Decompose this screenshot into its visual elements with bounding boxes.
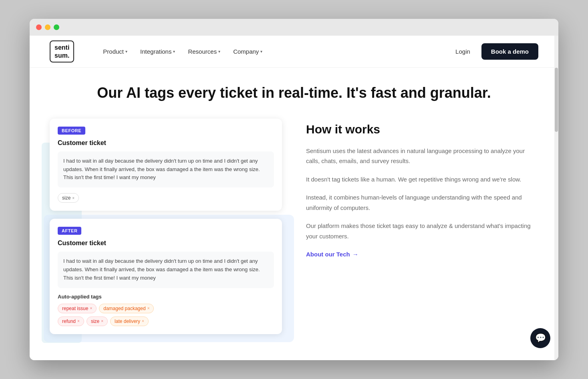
after-ticket-body: I had to wait in all day because the del… [58,252,274,288]
about-tech-link[interactable]: About our Tech → [306,251,358,258]
main-content: Our AI tags every ticket in real-time. I… [30,68,558,360]
after-tags-row-2: refund × size × late delivery × [58,317,274,326]
how-it-works-section: How it works Sentisum uses the latest ad… [306,119,538,258]
arrow-icon: → [352,251,358,258]
before-ticket-body: I had to wait in all day because the del… [58,151,274,187]
tag-remove-icon[interactable]: × [90,306,92,310]
how-para-3: Instead, it combines human-levels of lan… [306,192,538,213]
chevron-down-icon: ▾ [125,49,127,54]
after-card-wrapper: AFTER Customer ticket I had to wait in a… [50,219,282,334]
chat-bubble-button[interactable]: 💬 [530,328,550,348]
minimize-button[interactable] [45,24,50,30]
after-tag-late-delivery[interactable]: late delivery × [110,317,149,326]
nav-links: Product ▾ Integrations ▾ Resources ▾ Com… [98,45,451,58]
browser-chrome [30,19,558,36]
maximize-button[interactable] [54,24,59,30]
nav-product[interactable]: Product ▾ [98,45,132,58]
chat-icon: 💬 [535,333,546,343]
after-badge: AFTER [58,227,81,235]
tag-remove-icon[interactable]: × [77,319,80,323]
after-tag-refund[interactable]: refund × [58,317,84,326]
tag-remove-icon[interactable]: × [142,319,144,323]
section-title: How it works [306,123,538,136]
chevron-down-icon: ▾ [173,49,175,54]
before-ticket-title: Customer ticket [58,139,274,147]
tag-remove-icon[interactable]: × [147,306,150,310]
after-tag-size[interactable]: size × [87,317,108,326]
tag-remove-icon[interactable]: × [72,196,75,200]
after-tag-repeat-issue[interactable]: repeat issue × [58,304,97,313]
before-badge: BEFORE [58,127,85,135]
nav-right: Login Book a demo [451,43,538,60]
logo-text: senti sum. [54,44,69,59]
after-tags-row-1: repeat issue × damaged packaged × [58,304,274,313]
how-para-4: Our platform makes those ticket tags eas… [306,221,538,241]
two-column-layout: BEFORE Customer ticket I had to wait in … [50,119,538,342]
how-para-2: It doesn't tag tickets like a human. We … [306,174,538,185]
scrollbar-thumb[interactable] [555,68,558,132]
login-button[interactable]: Login [451,45,475,58]
book-demo-button[interactable]: Book a demo [481,43,538,60]
auto-tags-label: Auto-applied tags [58,294,274,300]
before-ticket-card: BEFORE Customer ticket I had to wait in … [50,119,282,211]
after-ticket-card: AFTER Customer ticket I had to wait in a… [50,219,282,334]
tag-remove-icon[interactable]: × [101,319,103,323]
browser-content: senti sum. Product ▾ Integrations ▾ Reso… [30,36,558,360]
nav-resources[interactable]: Resources ▾ [183,45,225,58]
after-tag-damaged-packaged[interactable]: damaged packaged × [99,304,154,313]
chevron-down-icon: ▾ [260,49,262,54]
hero-title: Our AI tags every ticket in real-time. I… [50,68,538,115]
before-tag-size[interactable]: size × [58,193,79,203]
how-para-1: Sentisum uses the latest advances in nat… [306,146,538,166]
nav-integrations[interactable]: Integrations ▾ [135,45,180,58]
logo[interactable]: senti sum. [50,40,74,62]
before-tags-row: size × [58,193,274,203]
close-button[interactable] [36,24,42,30]
ticket-demo-section: BEFORE Customer ticket I had to wait in … [50,119,282,342]
chevron-down-icon: ▾ [218,49,220,54]
about-tech-label: About our Tech [306,251,350,258]
after-ticket-title: Customer ticket [58,240,274,247]
navbar: senti sum. Product ▾ Integrations ▾ Reso… [30,36,558,68]
browser-window: senti sum. Product ▾ Integrations ▾ Reso… [30,19,558,360]
nav-company[interactable]: Company ▾ [228,45,267,58]
scrollbar[interactable] [554,36,558,360]
